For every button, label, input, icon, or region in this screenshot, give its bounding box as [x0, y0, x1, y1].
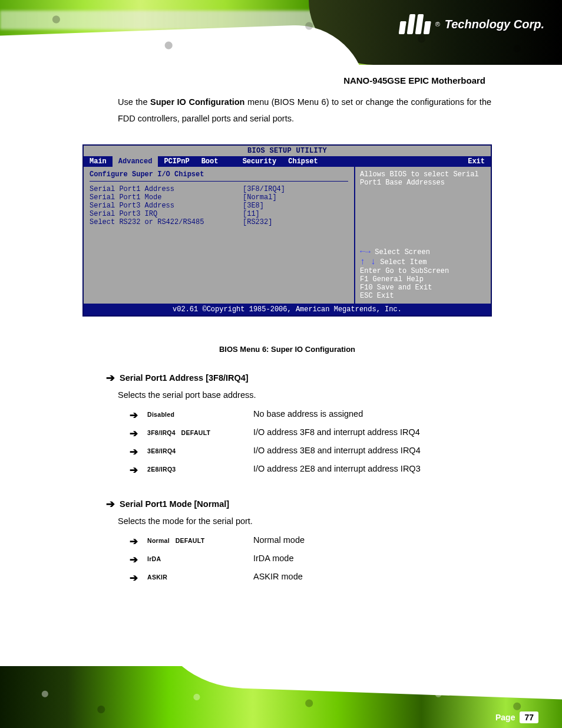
bios-panel: BIOS SETUP UTILITY Main Advanced PCIPnP …: [82, 144, 492, 317]
product-heading: NANO-945GSE EPIC Motherboard: [343, 75, 485, 85]
bios-panel-title: Configure Super I/O Chipset: [90, 170, 348, 179]
bios-item-label: Serial Port3 IRQ: [90, 210, 243, 218]
option-heading: ➔ Serial Port1 Mode [Normal]: [106, 498, 491, 510]
option-name: IrDA: [147, 554, 253, 562]
bios-item-row[interactable]: Serial Port1 Mode [Normal]: [90, 193, 348, 202]
option-desc: Normal mode: [253, 535, 305, 545]
option-name: Normal DEFAULT: [147, 535, 253, 544]
intro-prefix: Use the: [118, 97, 150, 107]
option-name: Disabled: [147, 409, 253, 418]
arrow-right-icon: ➔: [130, 535, 147, 548]
bios-item-value: [RS232]: [243, 218, 272, 226]
intro-bold: Super IO Configuration: [150, 97, 244, 107]
bios-footer: v02.61 ©Copyright 1985-2006, American Me…: [84, 304, 491, 315]
arrow-right-icon: ➔: [106, 371, 115, 384]
arrow-right-icon: ➔: [130, 464, 147, 476]
bios-item-label: Select RS232 or RS422/RS485: [90, 218, 243, 226]
bios-item-label: Serial Port3 Address: [90, 202, 243, 210]
bios-tab-exit[interactable]: Exit: [324, 156, 491, 167]
page-number: 77: [520, 711, 538, 723]
bios-item-row[interactable]: Serial Port3 Address [3E8]: [90, 202, 348, 210]
option-name: 3F8/IRQ4 DEFAULT: [147, 427, 253, 436]
bios-help-text: Allows BIOS to select Serial Port1 Base …: [360, 170, 486, 223]
bios-item-row[interactable]: Select RS232 or RS422/RS485 [RS232]: [90, 218, 348, 226]
registered-mark: ®: [435, 21, 440, 28]
bios-caption: BIOS Menu 6: Super IO Configuration: [82, 339, 492, 356]
option-description: Selects the mode for the serial port.: [118, 516, 491, 526]
option-desc: No base address is assigned: [253, 409, 363, 419]
bios-divider: [90, 181, 348, 182]
bios-tab-pcipnp[interactable]: PCIPnP: [158, 156, 195, 167]
option-row: ➔ 3E8/IRQ4 I/O address 3E8 and interrupt…: [130, 446, 491, 458]
bios-tab-boot[interactable]: Boot: [196, 156, 237, 167]
arrow-right-icon: ➔: [130, 427, 147, 440]
bios-tab-row: Main Advanced PCIPnP Boot Security Chips…: [84, 156, 491, 167]
banner-white-curve: [0, 23, 366, 65]
bios-item-value: [3E8]: [243, 202, 264, 210]
bios-left-pane: Configure Super I/O Chipset Serial Port1…: [84, 167, 355, 304]
bios-item-value: [11]: [243, 210, 260, 218]
option-heading-text: Serial Port1 Address [3F8/IRQ4]: [120, 373, 249, 383]
option-row: ➔ 3F8/IRQ4 DEFAULT I/O address 3F8 and i…: [130, 427, 491, 440]
bios-item-row[interactable]: Serial Port1 Address [3F8/IRQ4]: [90, 185, 348, 193]
arrow-right-icon: ➔: [130, 572, 147, 584]
option-desc: ASKIR mode: [253, 572, 303, 581]
bios-item-value: [Normal]: [243, 193, 277, 202]
options-block: ➔ Serial Port1 Address [3F8/IRQ4] Select…: [106, 360, 491, 590]
arrow-right-icon: ➔: [130, 446, 147, 458]
brand-text: Technology Corp.: [445, 18, 544, 31]
bios-tab-chipset[interactable]: Chipset: [282, 156, 323, 167]
banner-dark-curve: [309, 0, 562, 65]
arrow-up-down-icon: ↑ ↓: [360, 257, 376, 267]
bios-titlebar: BIOS SETUP UTILITY: [84, 146, 491, 156]
option-values-table: ➔ Disabled No base address is assigned ➔…: [130, 409, 491, 476]
option-desc: I/O address 2E8 and interrupt address IR…: [253, 464, 421, 473]
bios-item-label: Serial Port1 Address: [90, 185, 243, 193]
bios-right-pane: Allows BIOS to select Serial Port1 Base …: [355, 167, 491, 304]
option-heading-text: Serial Port1 Mode [Normal]: [120, 499, 229, 509]
page-number-strip: Page 77: [495, 711, 538, 723]
bios-tab-advanced[interactable]: Advanced: [113, 156, 158, 167]
arrow-right-icon: ➔: [106, 498, 115, 510]
bios-item-value: [3F8/IRQ4]: [243, 185, 285, 193]
option-values-table: ➔ Normal DEFAULT Normal mode ➔ IrDA IrDA…: [130, 535, 491, 584]
bios-item-row[interactable]: Serial Port3 IRQ [11]: [90, 210, 348, 218]
option-row: ➔ Normal DEFAULT Normal mode: [130, 535, 491, 548]
option-name: 3E8/IRQ4: [147, 446, 253, 454]
bios-key-help: ←→ Select Screen ↑ ↓ Select Item Enter G…: [360, 247, 486, 300]
bios-tab-main[interactable]: Main: [84, 156, 113, 167]
option-heading: ➔ Serial Port1 Address [3F8/IRQ4]: [106, 371, 491, 384]
top-banner: ® Technology Corp.: [0, 0, 562, 65]
bottom-banner: Page 77: [0, 666, 562, 728]
bottom-white-curve: [154, 666, 562, 700]
option-row: ➔ 2E8/IRQ3 I/O address 2E8 and interrupt…: [130, 464, 491, 476]
option-row: ➔ ASKIR ASKIR mode: [130, 572, 491, 584]
bios-tab-security[interactable]: Security: [237, 156, 283, 167]
iei-logo-icon: [398, 14, 432, 34]
option-desc: I/O address 3E8 and interrupt address IR…: [253, 446, 421, 455]
option-row: ➔ IrDA IrDA mode: [130, 554, 491, 566]
option-desc: IrDA mode: [253, 554, 294, 563]
arrow-right-icon: ➔: [130, 409, 147, 421]
bios-item-label: Serial Port1 Mode: [90, 193, 243, 202]
option-name: ASKIR: [147, 572, 253, 581]
page-label: Page: [495, 713, 515, 722]
arrow-left-right-icon: ←→: [360, 247, 371, 257]
option-name: 2E8/IRQ3: [147, 464, 253, 473]
option-description: Selects the serial port base address.: [118, 390, 491, 400]
intro-paragraph: Use the Super IO Configuration menu (BIO…: [118, 94, 491, 127]
arrow-right-icon: ➔: [130, 554, 147, 566]
option-desc: I/O address 3F8 and interrupt address IR…: [253, 427, 420, 437]
option-row: ➔ Disabled No base address is assigned: [130, 409, 491, 421]
brand-logo-block: ® Technology Corp.: [400, 14, 544, 34]
